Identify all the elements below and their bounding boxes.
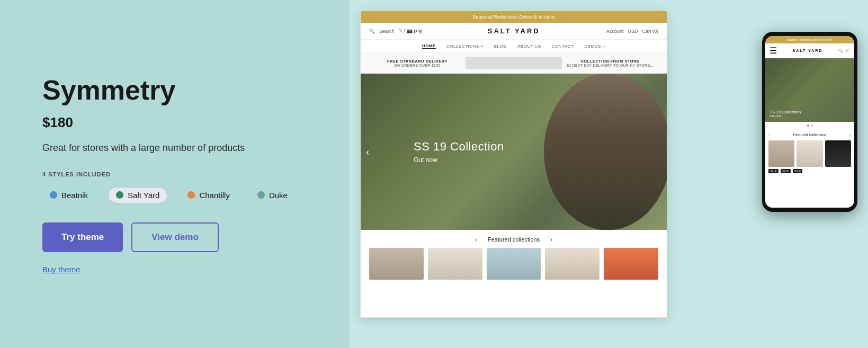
hero-title: SS 19 Collection: [414, 140, 504, 154]
mobile-hero: SS 19 Collection Out now: [765, 58, 854, 122]
brand-name: SALT YARD: [488, 27, 540, 35]
nav-blog[interactable]: BLOG: [494, 44, 507, 49]
collection-sub: $2 NEXT DAY DELIVERY TO OUR NY STORE...: [562, 64, 658, 67]
mobile-cart-icon[interactable]: 🛒: [845, 49, 850, 53]
mobile-product-1: [768, 140, 794, 167]
preview-nav-left: 🔍 Search 𝕏 𝑓 📷 𝗽 𝗴: [369, 28, 422, 34]
styles-label: 4 STYLES INCLUDED: [42, 171, 307, 177]
mobile-featured-next[interactable]: ›: [849, 132, 851, 137]
hero-subtitle: Out now: [414, 156, 504, 164]
mobile-dot-1: [807, 124, 809, 127]
product-thumb-1: [369, 248, 424, 280]
search-label: Search: [379, 29, 395, 34]
preview-top-bar: Seasonal Reductions Online & In-store: [361, 11, 667, 23]
mobile-featured-header: ‹ Featured collections ›: [768, 132, 851, 137]
mobile-dot-2: [811, 124, 813, 127]
desktop-preview: Seasonal Reductions Online & In-store 🔍 …: [360, 11, 667, 318]
nav-home[interactable]: HOME: [422, 43, 436, 49]
sale-tag-3: SALE: [793, 169, 803, 173]
styles-list: Beatnik Salt Yard Chantilly Duke: [42, 187, 307, 203]
style-salt-yard[interactable]: Salt Yard: [108, 187, 167, 203]
search-icon: 🔍: [369, 29, 375, 34]
mobile-hero-subtitle: Out now: [769, 114, 801, 118]
preview-nav: 🔍 Search 𝕏 𝑓 📷 𝗽 𝗴 SALT YARD Account USD…: [361, 23, 667, 40]
cart-label: Cart (0): [642, 29, 658, 34]
delivery-sub: ON ORDERS OVER £150: [369, 64, 466, 67]
buy-theme-link[interactable]: Buy theme: [42, 265, 307, 274]
top-bar-text: Seasonal Reductions Online & In-store: [472, 14, 554, 20]
featured-header: ‹ Featured collections ›: [369, 236, 658, 243]
mobile-nav: ☰ SALT YARD 🔍 🛒: [765, 43, 854, 58]
duke-label: Duke: [269, 191, 288, 200]
salt-yard-label: Salt Yard: [128, 191, 159, 200]
mobile-featured-prev[interactable]: ‹: [768, 132, 770, 137]
salt-yard-dot: [116, 191, 123, 199]
delivery-title: FREE STANDARD DELIVERY: [369, 59, 466, 64]
mobile-search-icon[interactable]: 🔍: [838, 49, 843, 53]
mobile-products: [768, 140, 851, 167]
preview-menu: HOME COLLECTIONS + BLOG ABOUT US CONTACT…: [361, 40, 667, 53]
featured-prev[interactable]: ‹: [475, 236, 477, 243]
theme-title: Symmetry: [42, 74, 307, 106]
style-beatnik[interactable]: Beatnik: [42, 188, 95, 203]
style-chantilly[interactable]: Chantilly: [180, 188, 237, 203]
beatnik-label: Beatnik: [61, 191, 88, 200]
hero-figure: [518, 74, 667, 230]
left-panel: Symmetry $180 Great for stores with a la…: [0, 0, 350, 348]
preview-delivery: FREE STANDARD DELIVERY ON ORDERS OVER £1…: [361, 53, 667, 74]
theme-price: $180: [42, 114, 307, 131]
mobile-product-2: [797, 140, 822, 167]
mobile-top-bar: Seasonal Reductions Online & In-store: [765, 36, 854, 43]
try-theme-button[interactable]: Try theme: [42, 222, 123, 252]
mobile-product-3: [825, 140, 851, 167]
view-demo-button[interactable]: View demo: [131, 222, 219, 252]
featured-products: [369, 248, 658, 280]
hero-content: SS 19 Collection Out now: [414, 140, 504, 163]
currency-label: USD: [628, 29, 638, 34]
featured-next[interactable]: ›: [550, 236, 552, 243]
preview-featured: ‹ Featured collections ›: [361, 230, 667, 286]
preview-hero: ‹ SS 19 Collection Out now: [361, 74, 667, 230]
mobile-dots: [765, 122, 854, 129]
nav-demos[interactable]: DEMOS +: [584, 44, 605, 49]
mobile-hero-text: SS 19 Collection Out now: [769, 110, 801, 118]
mobile-top-bar-text: Seasonal Reductions Online & In-store: [787, 38, 833, 41]
social-icons: 𝕏 𝑓 📷 𝗽 𝗴: [399, 28, 422, 34]
mobile-featured: ‹ Featured collections › SALE SALE SALE: [765, 129, 854, 208]
hero-arrow-left[interactable]: ‹: [366, 146, 369, 157]
mobile-brand: SALT YARD: [793, 49, 823, 52]
right-panel: Seasonal Reductions Online & In-store 🔍 …: [350, 0, 868, 348]
mobile-menu-icon[interactable]: ☰: [769, 46, 777, 56]
featured-label: Featured collections: [488, 236, 540, 243]
product-thumb-2: [428, 248, 482, 280]
style-duke[interactable]: Duke: [250, 188, 295, 203]
mobile-sale-tags: SALE SALE SALE: [768, 169, 851, 173]
preview-nav-right: Account USD Cart (0): [606, 29, 658, 34]
account-label: Account: [606, 29, 624, 34]
delivery-divider: [466, 57, 562, 69]
product-thumb-5: [604, 248, 658, 280]
mobile-nav-icons: 🔍 🛒: [838, 49, 850, 53]
beatnik-dot: [50, 191, 57, 199]
buttons-row: Try theme View demo: [42, 222, 307, 252]
sale-tag-1: SALE: [768, 169, 778, 173]
mobile-screen: Seasonal Reductions Online & In-store ☰ …: [765, 36, 854, 208]
product-thumb-3: [487, 248, 541, 280]
sale-tag-2: SALE: [781, 169, 791, 173]
chantilly-dot: [187, 191, 195, 199]
mobile-featured-label: Featured collections: [793, 133, 827, 137]
chantilly-label: Chantilly: [199, 191, 230, 200]
collection-title: COLLECTION FROM STORE: [562, 59, 658, 64]
mobile-hero-title: SS 19 Collection: [769, 110, 801, 114]
mobile-preview: Seasonal Reductions Online & In-store ☰ …: [762, 32, 857, 212]
duke-dot: [257, 191, 265, 199]
product-thumb-4: [545, 248, 599, 280]
nav-about[interactable]: ABOUT US: [517, 44, 541, 49]
theme-description: Great for stores with a large number of …: [42, 141, 307, 155]
nav-contact[interactable]: CONTACT: [552, 44, 574, 49]
nav-collections[interactable]: COLLECTIONS +: [446, 44, 484, 49]
